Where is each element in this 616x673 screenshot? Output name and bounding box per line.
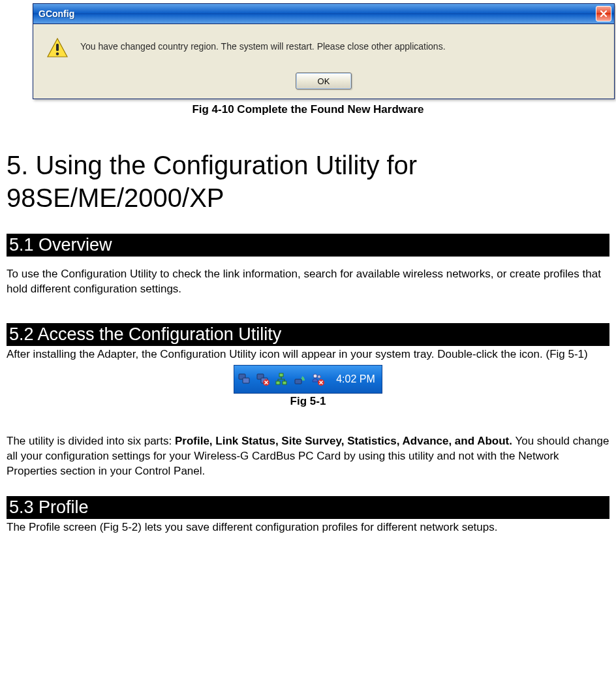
dialog-titlebar: GConfig bbox=[33, 4, 614, 24]
dialog-message: You have changed country region. The sys… bbox=[80, 37, 446, 52]
network-monitor-icon[interactable] bbox=[238, 373, 251, 386]
systray-figure: 4:02 PM bbox=[7, 365, 609, 394]
dialog-body: You have changed country region. The sys… bbox=[33, 24, 614, 99]
svg-rect-4 bbox=[243, 378, 249, 383]
users-error-icon[interactable] bbox=[311, 373, 324, 386]
figure-5-1-caption: Fig 5-1 bbox=[7, 395, 609, 408]
warning-icon bbox=[46, 37, 69, 59]
wireless-icon[interactable] bbox=[293, 373, 306, 386]
section-5-2-parts: The utility is divided into six parts: P… bbox=[7, 434, 609, 479]
close-icon bbox=[600, 10, 608, 18]
svg-rect-10 bbox=[283, 381, 286, 384]
svg-point-2 bbox=[56, 52, 59, 55]
close-button[interactable] bbox=[596, 6, 611, 22]
svg-rect-9 bbox=[276, 381, 280, 384]
svg-rect-1 bbox=[56, 44, 59, 51]
network-disconnected-icon[interactable] bbox=[256, 373, 270, 386]
svg-rect-11 bbox=[295, 379, 301, 384]
section-5-2-text: After installing the Adapter, the Config… bbox=[7, 347, 609, 362]
network-tree-icon[interactable] bbox=[275, 373, 288, 386]
tray-clock: 4:02 PM bbox=[336, 373, 375, 385]
section-5-1-title: 5.1 Overview bbox=[7, 234, 609, 257]
parts-bold: Profile, Link Status, Site Survey, Stati… bbox=[175, 435, 512, 447]
chapter-title: 5. Using the Configuration Utility for 9… bbox=[7, 149, 609, 214]
section-5-1-text: To use the Configuration Utility to chec… bbox=[7, 267, 609, 297]
dialog-title: GConfig bbox=[38, 8, 74, 19]
figure-4-10-caption: Fig 4-10 Complete the Found New Hardware bbox=[7, 103, 609, 116]
section-5-3-text: The Profile screen (Fig 5-2) lets you sa… bbox=[7, 520, 609, 535]
gconfig-dialog: GConfig You have changed coun bbox=[33, 3, 615, 99]
section-5-3-title: 5.3 Profile bbox=[7, 496, 609, 519]
svg-point-12 bbox=[313, 374, 317, 378]
svg-point-13 bbox=[318, 375, 321, 378]
system-tray: 4:02 PM bbox=[234, 365, 382, 394]
ok-button[interactable]: OK bbox=[296, 72, 352, 89]
parts-intro: The utility is divided into six parts: bbox=[7, 435, 175, 447]
section-5-2-title: 5.2 Access the Configuration Utility bbox=[7, 323, 609, 346]
svg-rect-8 bbox=[279, 373, 283, 377]
